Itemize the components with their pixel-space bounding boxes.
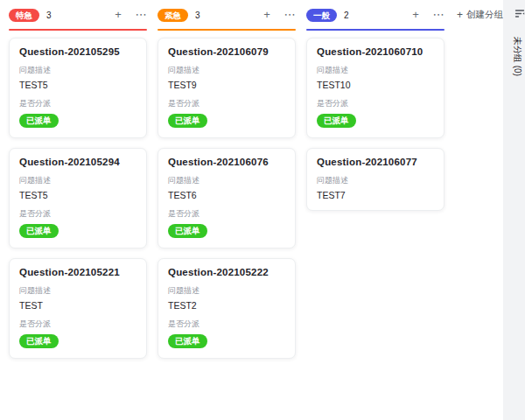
field-value-desc: TEST5 [19, 190, 136, 200]
column-name-pill: 紧急 [158, 9, 188, 22]
status-badge: 已派单 [168, 224, 207, 238]
column-header: 一般 2 + ⋯ [306, 8, 444, 22]
column-accent-line [306, 29, 444, 31]
field-label-desc: 问题描述 [168, 285, 285, 297]
column-name-pill: 一般 [306, 9, 337, 22]
kanban-card[interactable]: Question-2021060710 问题描述 TEST10 是否分派 已派单 [306, 38, 444, 138]
add-card-icon[interactable]: + [112, 9, 124, 21]
status-badge: 已派单 [19, 334, 59, 348]
field-label-assign: 是否分派 [19, 318, 136, 330]
column-urgent-extreme: 特急 3 + ⋯ Question-202105295 问题描述 TEST5 是… [9, 8, 147, 368]
card-title: Question-202105222 [168, 267, 285, 277]
card-list: Question-2021060710 问题描述 TEST10 是否分派 已派单… [306, 38, 444, 211]
field-value-desc: TEST6 [168, 190, 285, 200]
field-label-assign: 是否分派 [19, 98, 136, 109]
column-count: 3 [195, 10, 200, 20]
field-label-desc: 问题描述 [317, 65, 434, 76]
card-title: Question-202106077 [317, 157, 434, 167]
field-label-assign: 是否分派 [317, 98, 434, 109]
field-label-desc: 问题描述 [317, 175, 434, 186]
kanban-card[interactable]: Question-202105295 问题描述 TEST5 是否分派 已派单 [9, 38, 147, 138]
plus-icon: + [457, 9, 463, 21]
field-label-assign: 是否分派 [168, 98, 285, 109]
kanban-board: 特急 3 + ⋯ Question-202105295 问题描述 TEST5 是… [0, 0, 525, 420]
create-group-button[interactable]: + 创建分组 [457, 9, 503, 21]
column-accent-line [158, 29, 296, 31]
add-card-icon[interactable]: + [410, 9, 422, 21]
status-badge: 已派单 [168, 114, 207, 128]
card-list: Question-202106079 问题描述 TEST9 是否分派 已派单 Q… [158, 38, 296, 359]
card-title: Question-202105294 [19, 157, 136, 167]
card-title: Question-202105295 [19, 46, 136, 57]
kanban-card[interactable]: Question-202105221 问题描述 TEST 是否分派 已派单 [9, 258, 147, 359]
board-columns-area: 特急 3 + ⋯ Question-202105295 问题描述 TEST5 是… [0, 0, 503, 420]
column-more-icon[interactable]: ⋯ [284, 9, 296, 21]
kanban-card[interactable]: Question-202106077 问题描述 TEST7 [306, 148, 444, 211]
kanban-card[interactable]: Question-202105222 问题描述 TEST2 是否分派 已派单 [158, 258, 296, 359]
status-badge: 已派单 [19, 224, 59, 238]
card-title: Question-2021060710 [317, 46, 434, 57]
card-title: Question-202105221 [19, 267, 136, 277]
field-label-desc: 问题描述 [168, 175, 285, 186]
add-card-icon[interactable]: + [261, 9, 273, 21]
kanban-card[interactable]: Question-202106076 问题描述 TEST6 是否分派 已派单 [158, 148, 296, 248]
column-more-icon[interactable]: ⋯ [135, 9, 147, 21]
status-badge: 已派单 [168, 334, 207, 348]
column-urgent: 紧急 3 + ⋯ Question-202106079 问题描述 TEST9 是… [158, 8, 296, 368]
field-label-assign: 是否分派 [168, 318, 285, 330]
expand-ungrouped-button[interactable] [513, 8, 525, 22]
column-header: 紧急 3 + ⋯ [158, 8, 296, 22]
create-group-label: 创建分组 [466, 9, 503, 21]
kanban-card[interactable]: Question-202105294 问题描述 TEST5 是否分派 已派单 [9, 148, 147, 248]
status-badge: 已派单 [317, 114, 356, 128]
column-normal: 一般 2 + ⋯ Question-2021060710 问题描述 TEST10… [306, 8, 444, 220]
column-name-pill: 特急 [9, 9, 39, 22]
ungrouped-rail: 未分组 (0) [503, 0, 525, 420]
field-value-desc: TEST [19, 300, 136, 311]
column-accent-line [9, 29, 147, 31]
field-label-assign: 是否分派 [19, 208, 136, 220]
field-label-desc: 问题描述 [19, 285, 136, 297]
status-badge: 已派单 [19, 114, 59, 128]
column-header: 特急 3 + ⋯ [9, 8, 147, 22]
card-list: Question-202105295 问题描述 TEST5 是否分派 已派单 Q… [9, 38, 147, 359]
expand-list-icon [514, 7, 525, 23]
field-label-assign: 是否分派 [168, 208, 285, 220]
field-value-desc: TEST7 [317, 190, 434, 200]
field-label-desc: 问题描述 [19, 175, 136, 186]
field-value-desc: TEST5 [19, 80, 136, 90]
field-value-desc: TEST10 [317, 80, 434, 90]
card-title: Question-202106076 [168, 157, 285, 167]
field-label-desc: 问题描述 [168, 65, 285, 76]
kanban-card[interactable]: Question-202106079 问题描述 TEST9 是否分派 已派单 [158, 38, 296, 138]
card-title: Question-202106079 [168, 46, 285, 57]
column-count: 3 [46, 10, 52, 20]
field-value-desc: TEST9 [168, 80, 285, 90]
column-count: 2 [344, 10, 349, 20]
field-label-desc: 问题描述 [19, 65, 136, 76]
field-value-desc: TEST2 [168, 300, 285, 311]
column-more-icon[interactable]: ⋯ [432, 9, 444, 21]
ungrouped-label: 未分组 (0) [511, 37, 523, 76]
